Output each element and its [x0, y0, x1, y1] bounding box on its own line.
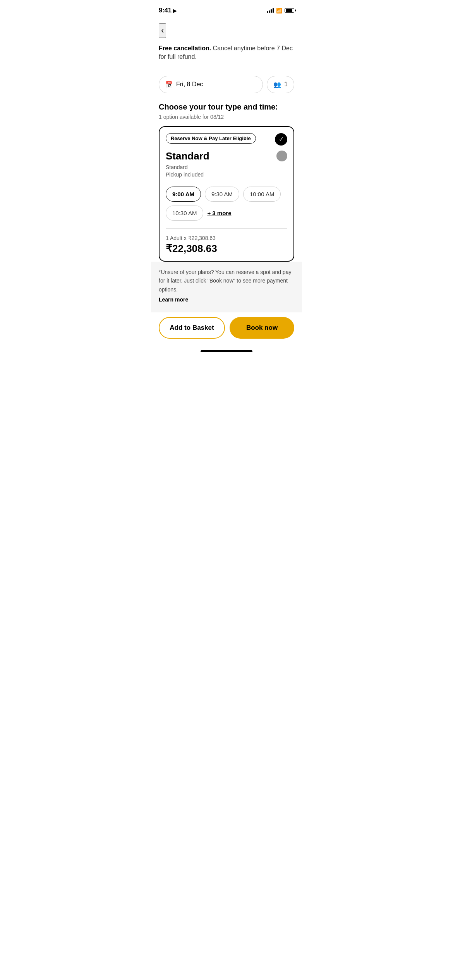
- time-slot-930[interactable]: 9:30 AM: [205, 187, 239, 202]
- section-subtitle: 1 option available for 08/12: [151, 113, 302, 126]
- status-time: 9:41: [159, 7, 172, 14]
- time-slot-1000[interactable]: 10:00 AM: [243, 187, 281, 202]
- tour-card: Reserve Now & Pay Later Eligible ✓ Stand…: [159, 126, 294, 262]
- date-button[interactable]: 📅 Fri, 8 Dec: [159, 76, 263, 93]
- book-now-button[interactable]: Book now: [230, 317, 294, 339]
- cancellation-bold: Free cancellation.: [159, 45, 211, 51]
- tour-description: Standard Pickup included: [166, 164, 287, 179]
- calendar-icon: 📅: [165, 81, 173, 88]
- check-icon: ✓: [275, 133, 287, 146]
- more-times-button[interactable]: + 3 more: [207, 206, 231, 221]
- radio-dot: [276, 151, 287, 161]
- price-total: ₹22,308.63: [166, 243, 287, 255]
- tour-name-row: Standard: [166, 150, 287, 162]
- guests-icon: 👥: [273, 81, 281, 88]
- learn-more-link[interactable]: Learn more: [159, 295, 294, 304]
- time-slot-1030[interactable]: 10:30 AM: [166, 206, 203, 221]
- wifi-icon: 📶: [276, 8, 282, 14]
- add-to-basket-button[interactable]: Add to Basket: [159, 317, 225, 339]
- cancellation-notice: Free cancellation. Cancel anytime before…: [151, 41, 302, 68]
- time-slots: 9:00 AM 9:30 AM 10:00 AM 10:30 AM + 3 mo…: [166, 187, 287, 221]
- nav-bar: ‹: [151, 19, 302, 41]
- location-icon: ▶: [173, 8, 177, 14]
- footer-note: *Unsure of your plans? You can reserve a…: [151, 262, 302, 312]
- bottom-actions: Add to Basket Book now: [151, 312, 302, 350]
- guests-button[interactable]: 👥 1: [267, 76, 294, 93]
- tour-card-header: Reserve Now & Pay Later Eligible ✓: [166, 133, 287, 146]
- status-icons: 📶: [267, 8, 294, 14]
- battery-icon: [285, 8, 294, 13]
- tour-name: Standard: [166, 150, 209, 162]
- back-button[interactable]: ‹: [159, 23, 166, 38]
- time-slot-900[interactable]: 9:00 AM: [166, 187, 201, 202]
- card-divider: [166, 228, 287, 229]
- reserve-badge: Reserve Now & Pay Later Eligible: [166, 133, 256, 144]
- footer-note-text: *Unsure of your plans? You can reserve a…: [159, 269, 291, 293]
- status-bar: 9:41 ▶ 📶: [151, 0, 302, 19]
- guests-count: 1: [284, 81, 288, 88]
- booking-controls: 📅 Fri, 8 Dec 👥 1: [151, 68, 302, 93]
- price-details: 1 Adult x ₹22,308.63: [166, 235, 287, 241]
- date-label: Fri, 8 Dec: [176, 81, 203, 88]
- home-indicator: [201, 350, 252, 352]
- section-title: Choose your tour type and time:: [151, 93, 302, 113]
- signal-icon: [267, 8, 274, 13]
